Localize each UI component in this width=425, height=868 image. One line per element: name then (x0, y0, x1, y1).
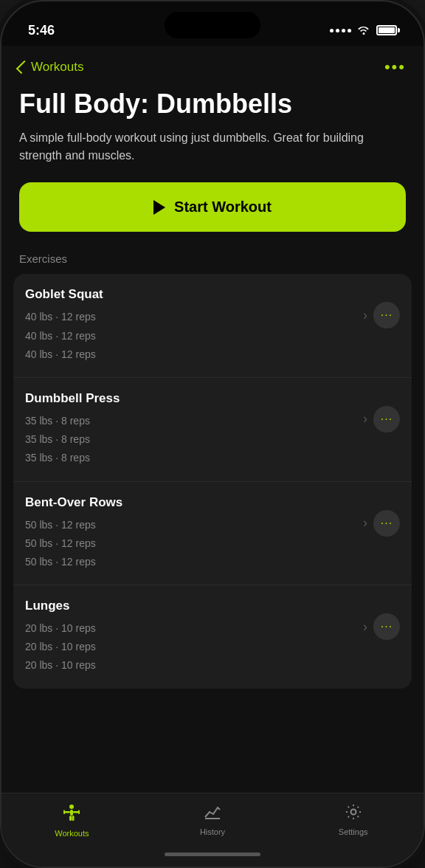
set-line: 20 lbs · 10 reps (25, 638, 363, 656)
chart-icon (203, 802, 222, 824)
battery-icon (376, 25, 397, 35)
exercise-actions: › ··· (363, 510, 400, 537)
set-line: 20 lbs · 10 reps (25, 619, 363, 638)
home-indicator (165, 852, 260, 856)
svg-rect-6 (69, 816, 72, 821)
tab-history[interactable]: History (142, 802, 283, 836)
exercise-name: Goblet Squat (25, 287, 363, 302)
set-line: 40 lbs · 12 reps (25, 327, 363, 345)
set-line: 35 lbs · 8 reps (25, 412, 363, 430)
more-menu-button[interactable]: ••• (384, 58, 406, 77)
screen: Workouts ••• Full Body: Dumbbells A simp… (1, 46, 424, 867)
svg-rect-2 (64, 811, 70, 813)
exercise-content: Dumbbell Press 35 lbs · 8 reps 35 lbs · … (25, 391, 363, 468)
exercise-more-button[interactable]: ··· (373, 302, 400, 328)
tab-workouts-label: Workouts (55, 829, 89, 838)
set-line: 20 lbs · 10 reps (25, 656, 363, 675)
dynamic-island (165, 12, 260, 38)
exercise-content: Lunges 20 lbs · 10 reps 20 lbs · 10 reps… (25, 599, 363, 675)
svg-rect-4 (63, 810, 65, 815)
status-icons (330, 24, 397, 37)
start-workout-button[interactable]: Start Workout (19, 182, 406, 232)
back-label: Workouts (31, 60, 84, 75)
set-line: 35 lbs · 8 reps (25, 430, 363, 449)
svg-point-9 (350, 810, 356, 815)
exercise-more-button[interactable]: ··· (373, 613, 400, 640)
hero-section: Full Body: Dumbbells A simple full-body … (1, 83, 424, 247)
tab-history-label: History (200, 827, 225, 836)
nav-header: Workouts ••• (1, 46, 424, 83)
start-workout-label: Start Workout (174, 199, 272, 216)
signal-dots-icon (330, 29, 351, 32)
exercise-item: Goblet Squat 40 lbs · 12 reps 40 lbs · 1… (13, 274, 412, 378)
set-line: 40 lbs · 12 reps (25, 308, 363, 326)
svg-point-0 (69, 805, 74, 809)
exercise-name: Dumbbell Press (25, 391, 363, 406)
set-line: 35 lbs · 8 reps (25, 449, 363, 467)
exercises-list: Goblet Squat 40 lbs · 12 reps 40 lbs · 1… (13, 274, 412, 688)
content-area: Workouts ••• Full Body: Dumbbells A simp… (1, 46, 424, 793)
chevron-right-icon: › (363, 515, 367, 531)
exercise-actions: › ··· (363, 613, 400, 640)
exercise-name: Bent-Over Rows (25, 495, 363, 510)
svg-rect-5 (78, 810, 80, 815)
workout-title: Full Body: Dumbbells (19, 89, 406, 119)
chevron-right-icon: › (363, 308, 367, 323)
phone-shell: 5:46 Workouts (0, 0, 425, 868)
exercise-content: Goblet Squat 40 lbs · 12 reps 40 lbs · 1… (25, 287, 363, 364)
tab-settings[interactable]: Settings (283, 802, 424, 836)
exercise-more-button[interactable]: ··· (373, 510, 400, 537)
set-line: 50 lbs · 12 reps (25, 534, 363, 553)
workout-description: A simple full-body workout using just du… (19, 129, 406, 165)
set-line: 50 lbs · 12 reps (25, 553, 363, 571)
exercise-actions: › ··· (363, 406, 400, 433)
exercise-more-button[interactable]: ··· (373, 406, 400, 433)
back-button[interactable]: Workouts (19, 60, 84, 75)
chevron-right-icon: › (363, 411, 367, 427)
status-time: 5:46 (28, 23, 55, 38)
svg-rect-1 (70, 810, 73, 816)
tab-workouts[interactable]: Workouts (1, 802, 142, 838)
tab-settings-label: Settings (339, 827, 368, 836)
set-line: 40 lbs · 12 reps (25, 345, 363, 364)
svg-rect-3 (73, 811, 79, 813)
exercise-item: Dumbbell Press 35 lbs · 8 reps 35 lbs · … (13, 378, 412, 482)
exercise-actions: › ··· (363, 302, 400, 328)
play-icon (153, 200, 165, 215)
set-line: 50 lbs · 12 reps (25, 516, 363, 534)
exercise-name: Lunges (25, 599, 363, 613)
exercise-item: Lunges 20 lbs · 10 reps 20 lbs · 10 reps… (13, 585, 412, 689)
chevron-right-icon: › (363, 619, 367, 635)
exercises-section-label: Exercises (1, 247, 424, 274)
exercise-content: Bent-Over Rows 50 lbs · 12 reps 50 lbs ·… (25, 495, 363, 572)
person-icon (61, 802, 82, 826)
svg-rect-7 (72, 816, 75, 821)
exercise-item: Bent-Over Rows 50 lbs · 12 reps 50 lbs ·… (13, 482, 412, 586)
wifi-icon (357, 24, 370, 37)
chevron-left-icon (16, 61, 30, 74)
gear-icon (344, 802, 363, 824)
